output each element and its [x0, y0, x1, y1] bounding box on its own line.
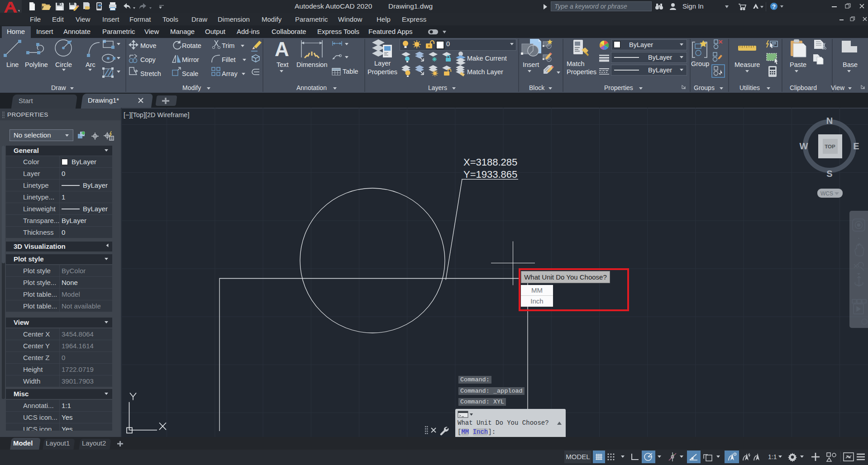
svg-text:S: S: [826, 169, 832, 179]
svg-text:E: E: [853, 141, 859, 151]
svg-text:W: W: [800, 141, 808, 151]
svg-text:N: N: [826, 116, 833, 126]
svg-text:Y=1933.865: Y=1933.865: [463, 169, 517, 180]
svg-text:?: ?: [772, 3, 776, 10]
svg-text:TOP: TOP: [825, 144, 835, 149]
svg-text:WCS: WCS: [820, 190, 833, 197]
svg-text:X=3188.285: X=3188.285: [463, 157, 517, 168]
